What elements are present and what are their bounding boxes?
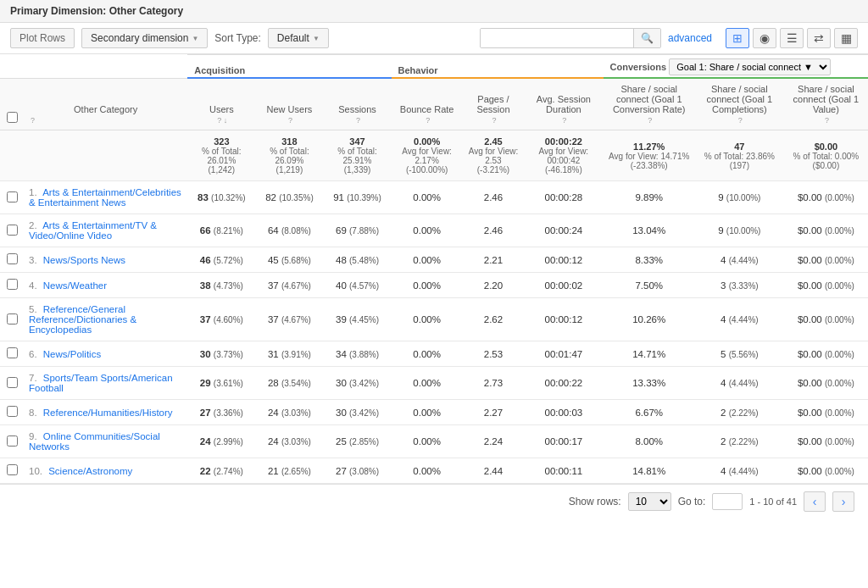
row-checkbox[interactable] — [7, 406, 18, 417]
sort-default-dropdown[interactable]: Default — [268, 28, 329, 48]
table-row: 4. News/Weather 38 (4.73%) 37 (4.67%) 40… — [0, 273, 868, 298]
category-link[interactable]: News/Politics — [43, 349, 101, 359]
row-users-val: 24 — [200, 436, 211, 447]
share-conv-rate-col-header[interactable]: Share / social connect (Goal 1 Conversio… — [604, 78, 695, 130]
row-checkbox[interactable] — [7, 313, 18, 325]
category-link[interactable]: Science/Astronomy — [48, 466, 132, 476]
row-sessions: 25 (2.85%) — [323, 425, 391, 458]
category-link[interactable]: Sports/Team Sports/American Football — [29, 373, 173, 393]
row-num-category: 8. Reference/Humanities/History — [24, 400, 187, 425]
category-link[interactable]: Arts & Entertainment/TV & Video/Online V… — [29, 220, 157, 241]
row-value-pct: (0.00%) — [825, 281, 854, 291]
row-checkbox-cell[interactable] — [0, 273, 24, 298]
row-checkbox-cell[interactable] — [0, 400, 24, 425]
column-headers-row: Other Category ? Users ? ↓ New Users ? S… — [0, 78, 868, 130]
share-value-help-icon: ? — [825, 116, 829, 125]
row-checkbox-cell[interactable] — [0, 458, 24, 484]
row-new-users: 37 (4.67%) — [255, 273, 323, 298]
category-link[interactable]: Reference/General Reference/Dictionaries… — [29, 304, 136, 335]
row-conversion-rate: 14.71% — [604, 341, 695, 367]
pivot-view-icon[interactable]: ▦ — [834, 28, 858, 48]
row-users-pct: (8.21%) — [214, 226, 243, 236]
row-checkbox[interactable] — [7, 191, 18, 202]
category-link[interactable]: Online Communities/Social Networks — [29, 431, 160, 452]
new-users-col-header[interactable]: New Users ? — [255, 78, 323, 130]
row-checkbox-cell[interactable] — [0, 341, 24, 367]
goal-select[interactable]: Goal 1: Share / social connect ▼ — [669, 58, 831, 75]
row-checkbox[interactable] — [7, 464, 18, 475]
row-sessions: 39 (4.45%) — [323, 298, 391, 341]
table-row: 3. News/Sports News 46 (5.72%) 45 (5.68%… — [0, 247, 868, 273]
secondary-dimension-dropdown[interactable]: Secondary dimension — [81, 28, 208, 48]
search-input[interactable] — [481, 29, 633, 47]
row-users-pct: (3.73%) — [214, 350, 243, 359]
row-conversion-rate: 9.89% — [604, 181, 695, 214]
row-sessions: 30 (3.42%) — [323, 367, 391, 400]
primary-dimension-value: Other Category — [109, 5, 183, 17]
show-rows-select[interactable]: 102550100500 — [628, 492, 671, 511]
row-users: 27 (3.36%) — [187, 400, 255, 425]
primary-dimension-bar: Primary Dimension: Other Category — [0, 0, 868, 23]
row-checkbox-cell[interactable] — [0, 298, 24, 341]
category-col-header[interactable]: Other Category ? — [24, 78, 187, 130]
row-avg-session: 00:00:17 — [524, 425, 603, 458]
category-link[interactable]: Arts & Entertainment/Celebrities & Enter… — [29, 187, 181, 208]
row-sessions-pct: (4.57%) — [349, 281, 379, 291]
row-value-pct: (0.00%) — [825, 467, 854, 476]
plot-rows-button[interactable]: Plot Rows — [10, 28, 75, 48]
row-completions: 4 (4.44%) — [695, 367, 784, 400]
select-all-checkbox-header[interactable] — [0, 78, 24, 130]
advanced-link[interactable]: advanced — [668, 32, 712, 44]
row-new-users: 21 (2.65%) — [255, 458, 323, 484]
row-checkbox[interactable] — [7, 435, 18, 447]
grid-view-icon[interactable]: ⊞ — [726, 28, 749, 48]
row-checkbox[interactable] — [7, 377, 18, 388]
sessions-col-header[interactable]: Sessions ? — [323, 78, 391, 130]
compare-view-icon[interactable]: ⇄ — [807, 28, 831, 48]
prev-page-button[interactable]: ‹ — [804, 491, 826, 512]
bar-view-icon[interactable]: ☰ — [780, 28, 804, 48]
footer-bar: Show rows: 102550100500 Go to: 1 1 - 10 … — [0, 484, 868, 519]
search-button[interactable]: 🔍 — [633, 29, 660, 47]
category-link[interactable]: News/Sports News — [43, 255, 125, 265]
go-to-input[interactable]: 1 — [712, 493, 743, 510]
pages-session-col-header[interactable]: Pages / Session ? — [463, 78, 524, 130]
row-completions-pct: (4.44%) — [729, 379, 759, 388]
row-checkbox-cell[interactable] — [0, 247, 24, 273]
row-pages-session: 2.46 — [463, 214, 524, 247]
table-row: 9. Online Communities/Social Networks 24… — [0, 425, 868, 458]
share-completions-col-header[interactable]: Share / social connect (Goal 1 Completio… — [695, 78, 784, 130]
row-bounce-rate: 0.00% — [392, 400, 463, 425]
row-checkbox-cell[interactable] — [0, 181, 24, 214]
row-checkbox[interactable] — [7, 253, 18, 264]
row-new-users-pct: (8.08%) — [281, 226, 311, 236]
row-users-val: 46 — [200, 255, 211, 265]
share-value-col-header[interactable]: Share / social connect (Goal 1 Value) ? — [784, 78, 868, 130]
select-all-checkbox[interactable] — [7, 112, 18, 123]
category-link[interactable]: News/Weather — [43, 280, 107, 291]
row-num-category: 4. News/Weather — [24, 273, 187, 298]
category-link[interactable]: Reference/Humanities/History — [43, 408, 173, 418]
row-sessions-pct: (5.48%) — [349, 256, 379, 265]
row-users: 29 (3.61%) — [187, 367, 255, 400]
row-checkbox[interactable] — [7, 225, 18, 236]
row-pages-session: 2.21 — [463, 247, 524, 273]
row-checkbox-cell[interactable] — [0, 367, 24, 400]
users-col-header[interactable]: Users ? ↓ — [187, 78, 255, 130]
row-checkbox-cell[interactable] — [0, 425, 24, 458]
row-checkbox[interactable] — [7, 279, 18, 290]
row-completions-pct: (5.56%) — [729, 350, 759, 359]
row-value: $0.00 (0.00%) — [784, 400, 868, 425]
avg-session-col-header[interactable]: Avg. Session Duration ? — [524, 78, 603, 130]
row-avg-session: 00:00:12 — [524, 298, 603, 341]
bounce-rate-col-header[interactable]: Bounce Rate ? — [392, 78, 463, 130]
totals-pages-session: 2.45 Avg for View: 2.53 (-3.21%) — [463, 130, 524, 181]
pie-view-icon[interactable]: ◉ — [753, 28, 776, 48]
pages-session-help-icon: ? — [492, 116, 496, 125]
row-checkbox-cell[interactable] — [0, 214, 24, 247]
row-sessions-pct: (3.88%) — [349, 350, 379, 359]
row-users: 66 (8.21%) — [187, 214, 255, 247]
row-pages-session: 2.73 — [463, 367, 524, 400]
next-page-button[interactable]: › — [832, 491, 854, 512]
row-checkbox[interactable] — [7, 347, 18, 358]
